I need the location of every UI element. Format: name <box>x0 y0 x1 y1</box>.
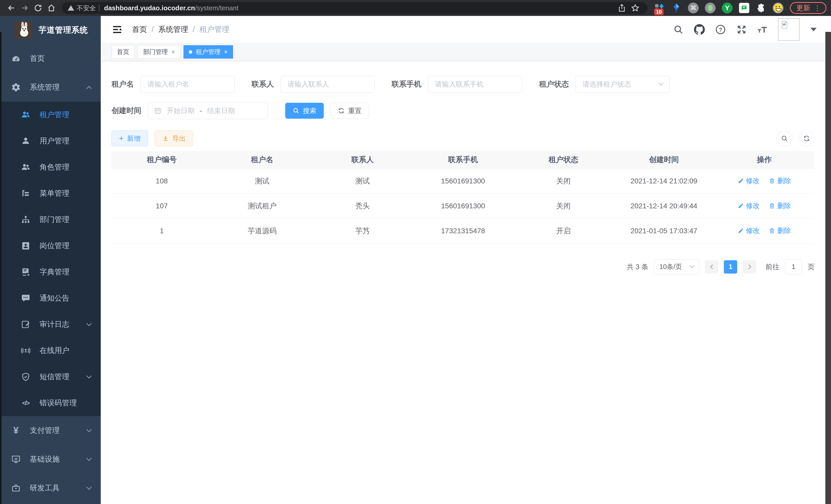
tag-home[interactable]: 首页 <box>112 45 135 59</box>
extension-emoji-button[interactable] <box>772 2 784 13</box>
sidebar-item-dict[interactable]: 字典管理 <box>0 259 101 285</box>
add-button[interactable]: + 新增 <box>112 130 148 146</box>
extension-y-button[interactable]: Y <box>721 2 733 13</box>
status-select[interactable]: 请选择租户状态 <box>576 76 670 93</box>
delete-link[interactable]: 删除 <box>769 176 791 185</box>
bookmark-button[interactable] <box>629 1 642 14</box>
browser-forward-button[interactable] <box>18 1 31 14</box>
header-search-button[interactable] <box>673 24 684 35</box>
cell-actions: 修改 删除 <box>714 218 814 243</box>
col-created: 创建时间 <box>613 151 714 169</box>
sidebar-item-notice[interactable]: 通知公告 <box>0 285 101 312</box>
delete-link[interactable]: 删除 <box>769 226 791 235</box>
extension-badge: 10 <box>654 9 663 15</box>
extension-grid-button[interactable]: 10 <box>654 2 665 13</box>
browser-back-button[interactable] <box>5 1 18 14</box>
address-bar[interactable]: 不安全 dashboard.yudao.iocoder.cn/system/te… <box>62 2 648 14</box>
sidebar-item-label: 审计日志 <box>39 319 69 330</box>
share-button[interactable] <box>615 1 629 14</box>
next-page-button[interactable] <box>743 260 756 274</box>
current-page[interactable]: 1 <box>724 260 737 274</box>
chevron-down-icon <box>86 455 92 461</box>
sidebar-item-user[interactable]: 用户管理 <box>0 128 101 154</box>
reset-button[interactable]: 重置 <box>331 103 369 119</box>
search-button[interactable]: 搜索 <box>285 103 324 119</box>
sidebar-item-pay[interactable]: ¥ 支付管理 <box>0 416 101 445</box>
sidebar-item-role[interactable]: 角色管理 <box>0 154 101 180</box>
sidebar-item-tenant[interactable]: 租户管理 <box>0 102 101 128</box>
sidebar-item-dev-tools[interactable]: 研发工具 <box>0 474 101 502</box>
breadcrumb-home[interactable]: 首页 <box>132 24 147 35</box>
sidebar-item-system[interactable]: 系统管理 <box>0 73 101 102</box>
emoji-icon <box>773 3 783 13</box>
sidebar-item-infra[interactable]: 基础设施 <box>0 445 101 474</box>
extension-record-button[interactable] <box>705 2 716 13</box>
refresh-table-button[interactable] <box>799 130 814 146</box>
font-size-button[interactable] <box>757 24 768 35</box>
font-size-icon <box>757 25 768 34</box>
sidebar-collapse-button[interactable] <box>111 23 123 36</box>
prev-page-button[interactable] <box>705 260 718 274</box>
tag-dept[interactable]: 部门管理 × <box>138 45 180 59</box>
sidebar-item-label: 菜单管理 <box>39 188 69 199</box>
sidebar-item-label: 用户管理 <box>39 136 69 146</box>
sidebar-item-online-user[interactable]: 在线用户 <box>0 337 101 364</box>
col-contact: 联系人 <box>312 151 413 169</box>
extension-kite-button[interactable] <box>671 2 682 13</box>
record-icon <box>705 3 716 13</box>
help-button[interactable]: ? <box>715 24 726 35</box>
update-label: 更新 <box>796 3 810 12</box>
hide-search-button[interactable] <box>776 130 793 146</box>
sidebar-item-error-code[interactable]: </> 错误码管理 <box>0 390 101 416</box>
url-path: /system/tenant <box>195 4 238 12</box>
breadcrumb-system[interactable]: 系统管理 <box>158 24 188 35</box>
browser-reload-button[interactable] <box>31 1 45 14</box>
close-icon[interactable]: × <box>224 48 228 56</box>
tags-view-bar: 首页 部门管理 × 租户管理 × <box>101 43 825 61</box>
browser-update-button[interactable]: 更新 ⋮ <box>790 2 826 14</box>
sidebar-item-label: 首页 <box>30 53 45 64</box>
delete-link[interactable]: 删除 <box>769 201 791 210</box>
sidebar-item-menu[interactable]: 菜单管理 <box>0 180 101 207</box>
browser-home-button[interactable] <box>45 1 58 14</box>
pagination-total: 共 3 条 <box>627 262 648 271</box>
sidebar-item-audit-log[interactable]: 审计日志 <box>0 312 101 337</box>
goto-page-input[interactable] <box>785 260 802 274</box>
sidebar-item-dept[interactable]: 部门管理 <box>0 207 101 233</box>
cell-created: 2021-12-14 21:02:09 <box>613 169 714 194</box>
export-button[interactable]: 导出 <box>155 130 193 146</box>
github-button[interactable] <box>694 24 705 35</box>
extension-chat-button[interactable] <box>739 2 750 13</box>
table-row: 1 芋道源码 芋艿 17321315478 开启 2021-01-05 17:0… <box>112 218 814 243</box>
puzzle-icon <box>756 3 766 12</box>
avatar[interactable] <box>778 18 800 41</box>
sidebar-item-home[interactable]: 首页 <box>0 44 101 73</box>
tenant-name-input[interactable] <box>141 76 235 93</box>
browser-menu-icon[interactable]: ⋮ <box>814 4 821 12</box>
tag-label: 部门管理 <box>143 48 168 56</box>
close-icon[interactable]: × <box>171 48 175 56</box>
date-range-picker[interactable]: 开始日期 - 结束日期 <box>148 102 268 119</box>
breadcrumb: 首页 / 系统管理 / 租户管理 <box>132 24 229 35</box>
avatar-dropdown-caret[interactable] <box>810 28 816 31</box>
sidebar-item-post[interactable]: 岗位管理 <box>0 233 101 259</box>
chevron-down-icon <box>86 484 92 490</box>
extensions-puzzle-button[interactable] <box>755 2 767 13</box>
page-size-value: 10条/页 <box>659 262 682 271</box>
app-logo[interactable]: 芋道管理系统 <box>0 16 101 44</box>
edit-link[interactable]: 修改 <box>738 176 760 185</box>
contact-input[interactable] <box>281 76 375 93</box>
fullscreen-button[interactable] <box>736 24 747 35</box>
edit-icon <box>738 228 744 234</box>
search-icon <box>781 135 788 142</box>
edit-link[interactable]: 修改 <box>738 201 760 210</box>
extension-command-button[interactable]: ⌘ <box>688 2 699 13</box>
phone-input[interactable] <box>428 76 522 93</box>
edit-link[interactable]: 修改 <box>738 226 760 235</box>
chevron-down-icon <box>659 81 663 86</box>
col-tenant-id: 租户编号 <box>112 151 212 169</box>
page-size-select[interactable]: 10条/页 <box>654 260 699 274</box>
tag-tenant[interactable]: 租户管理 × <box>183 45 233 59</box>
sidebar-item-sms[interactable]: 短信管理 <box>0 364 101 390</box>
reset-button-label: 重置 <box>348 106 362 115</box>
